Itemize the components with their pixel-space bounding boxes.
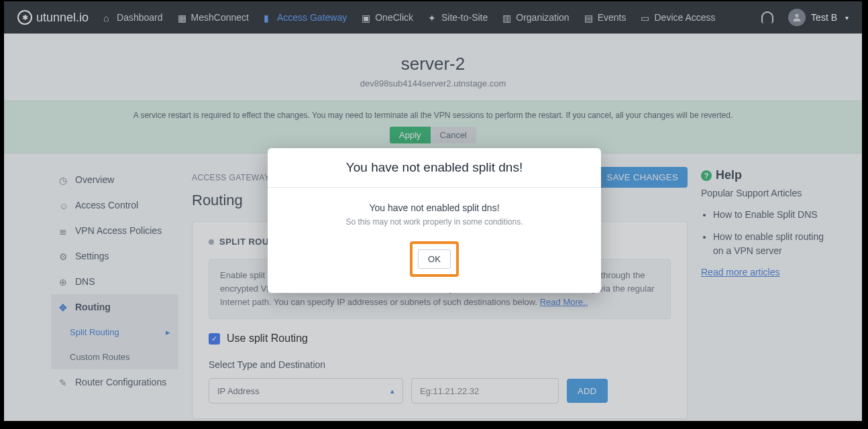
modal-line2: So this may not work properly in some co… xyxy=(281,217,588,227)
modal-title: You have not enabled split dns! xyxy=(268,148,601,188)
modal-line1: You have not enabled split dns! xyxy=(281,202,588,213)
ok-highlight: OK xyxy=(410,241,459,277)
ok-button[interactable]: OK xyxy=(418,249,451,269)
split-dns-modal: You have not enabled split dns! You have… xyxy=(268,148,601,293)
